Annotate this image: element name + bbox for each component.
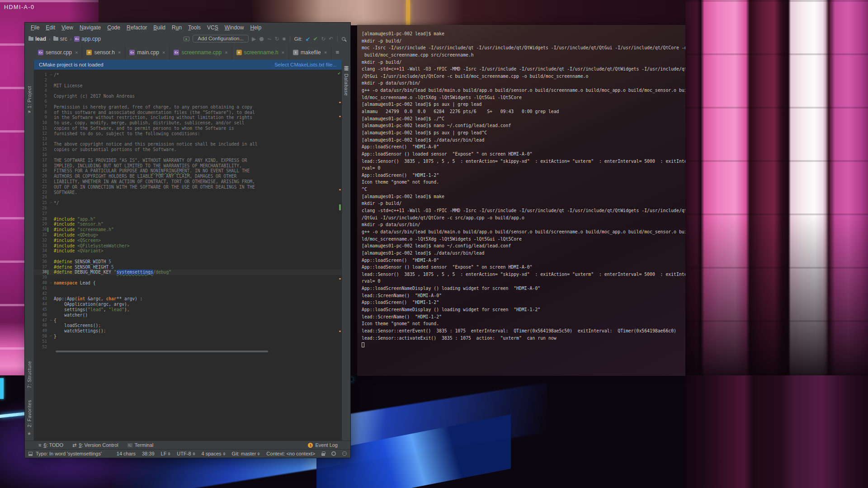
debug-icon[interactable]: ⬣ (259, 36, 264, 42)
status-item-3839[interactable]: 38:39 (142, 451, 155, 456)
git-update-icon[interactable]: ↙ (306, 36, 310, 42)
status-item-utf8[interactable]: UTF-8 (177, 451, 195, 456)
menu-vcs[interactable]: VCS (204, 24, 222, 31)
code-line: 27 (34, 211, 342, 217)
code-line: 19FITNESS FOR A PARTICULAR PURPOSE AND N… (34, 168, 342, 174)
status-item-contextnocontext[interactable]: Context: <no context> (266, 451, 315, 456)
profiler-icon[interactable]: ⏦ (267, 36, 272, 42)
toolwindow-button-terminal[interactable]: >_Terminal (127, 442, 154, 448)
menu-code[interactable]: Code (104, 24, 123, 31)
toolwindow-button-todo[interactable]: ≡6: TODO (38, 442, 63, 448)
code-line: 40−namespace Lead { (34, 280, 342, 286)
menu-edit[interactable]: Edit (42, 24, 58, 31)
terminal-window[interactable]: [almamu@es01-pc-002 lead]$ makemkdir -p … (357, 25, 685, 376)
sidebar-item-database[interactable]: Database (344, 74, 349, 96)
sidebar-item-project[interactable]: 1: Project (27, 86, 32, 108)
menu-run[interactable]: Run (169, 24, 185, 31)
horizontal-scrollbar[interactable] (56, 351, 268, 352)
terminal-line: rval= 0 (362, 165, 685, 172)
status-bar: Typo: In word 'systemsettings' 14 chars3… (25, 449, 350, 458)
fold-marker-icon (48, 339, 54, 345)
breadcrumb-item-src[interactable]: src (53, 36, 67, 42)
banner-action-link[interactable]: Select CMakeLists.txt file... (274, 62, 337, 67)
terminal-line: lead::ScreenName() "HDMI-A-0" (362, 292, 685, 299)
close-tab-icon[interactable]: × (75, 50, 78, 55)
toolwindow-button-versioncontrol[interactable]: ⇄9: Version Control (72, 442, 118, 448)
breadcrumb-item-app.cpp[interactable]: C+app.cpp (74, 36, 101, 42)
menu-view[interactable]: View (58, 24, 76, 31)
close-tab-icon[interactable]: × (162, 50, 165, 55)
code-line: 18IMPLIED, INCLUDING BUT NOT LIMITED TO … (34, 163, 342, 169)
git-commit-icon[interactable]: ✔ (313, 36, 318, 42)
tab-screenname.h[interactable]: Hscreenname.h× (232, 45, 289, 60)
fold-marker-icon: − (48, 280, 54, 286)
tab-main.cpp[interactable]: C+main.cpp× (125, 45, 170, 60)
menu-help[interactable]: Help (247, 24, 264, 31)
tab-sensor.h[interactable]: Hsensor.h× (82, 45, 125, 60)
code-line: 49 watchSettings(); (34, 328, 342, 334)
code-text (54, 78, 342, 83)
close-tab-icon[interactable]: × (324, 50, 327, 55)
fold-marker-icon (48, 265, 54, 270)
menu-navigate[interactable]: Navigate (76, 24, 104, 31)
code-text: #define SENSOR_WIDTH 5 (54, 259, 342, 265)
close-tab-icon[interactable]: × (225, 50, 227, 55)
code-line: 31#include <QDebug> (34, 232, 342, 238)
event-log-button[interactable]: 1Event Log (308, 442, 338, 448)
sidebar-item-structure[interactable]: 7: Structure (27, 361, 32, 388)
terminal-line: clang -std=c++11 -Wall -O3 -fPIC -MMD -I… (362, 66, 685, 73)
close-tab-icon[interactable]: × (118, 50, 121, 55)
terminal-line: g++ -o data/usr/bin/lead build/main.o bu… (362, 228, 685, 236)
coverage-icon[interactable]: ↻ (275, 36, 279, 42)
run-icon[interactable]: ▶ (252, 36, 256, 42)
tab-screenname.cpp[interactable]: C+screenname.cpp× (170, 45, 232, 60)
fold-marker-icon (48, 291, 54, 297)
status-item-lf[interactable]: LF (161, 451, 171, 456)
history-icon[interactable]: ↻ (321, 36, 326, 42)
fold-marker-icon (48, 99, 54, 104)
inspections-ok-icon[interactable]: ✔ (338, 71, 340, 76)
code-line: 48 loadScreens(); (34, 323, 342, 328)
code-editor[interactable]: ✔ 1−/*23MIT License45Copyright (c) 2017 … (34, 70, 342, 441)
status-item-14chars[interactable]: 14 chars (117, 451, 136, 456)
terminal-line: App::loadScreen() "HDMI-1-2" (362, 172, 685, 179)
code-text: THE SOFTWARE IS PROVIDED "AS IS", WITHOU… (54, 158, 342, 163)
terminal-line: App::loadSensor () loaded sensor "Expose… (362, 264, 685, 271)
run-panel-icon[interactable]: ▶ (184, 37, 189, 41)
todo-icon: ≡ (38, 442, 41, 448)
close-tab-icon[interactable]: × (282, 50, 284, 55)
breadcrumb-item-lead[interactable]: lead (28, 36, 46, 42)
menu-window[interactable]: Window (222, 24, 247, 31)
fold-marker-icon (48, 296, 54, 302)
status-item-gitmaster[interactable]: Git: master (232, 451, 260, 456)
chevron-updown-icon (193, 452, 195, 455)
code-line: 42 (34, 291, 342, 297)
rollback-icon[interactable]: ↶ (329, 36, 333, 42)
code-text: #include "app.h" (54, 217, 342, 222)
line-number: 12 (34, 131, 48, 137)
terminal-line: [almamu@es01-pc-002 lead]$ nano ~/.confi… (362, 122, 685, 129)
code-line: 15copies or substantial portions of the … (34, 147, 342, 152)
gear-icon[interactable] (331, 451, 336, 456)
add-configuration-button[interactable]: Add Configuration... (193, 35, 249, 43)
line-number: 5 (34, 94, 48, 99)
fold-marker-icon (48, 147, 54, 152)
menu-tools[interactable]: Tools (185, 24, 204, 31)
tab-label: sensor.h (94, 49, 114, 56)
tab-makefile[interactable]: ≡makefile× (289, 45, 331, 60)
toolwindow-toggle-icon[interactable] (28, 452, 33, 456)
lock-icon[interactable] (321, 453, 325, 456)
assistant-face-icon[interactable] (342, 451, 347, 456)
sidebar-item-favorites[interactable]: 2: Favorites (27, 400, 32, 427)
menu-refactor[interactable]: Refactor (123, 24, 150, 31)
code-text: #include "sensor.h" (54, 222, 342, 227)
fold-marker-icon (48, 232, 54, 238)
menu-file[interactable]: File (28, 24, 42, 31)
tab-sensor.cpp[interactable]: C+sensor.cpp× (34, 45, 82, 60)
stop-icon[interactable]: ■ (283, 36, 286, 42)
status-item-4spaces[interactable]: 4 spaces (202, 451, 226, 456)
menu-build[interactable]: Build (150, 24, 169, 31)
terminal-line: [almamu@es01-pc-002 lead]$ nano ~/.confi… (362, 242, 685, 250)
search-everywhere-icon[interactable] (342, 37, 345, 41)
show-hidden-tabs-icon[interactable]: ≡ (334, 45, 341, 60)
